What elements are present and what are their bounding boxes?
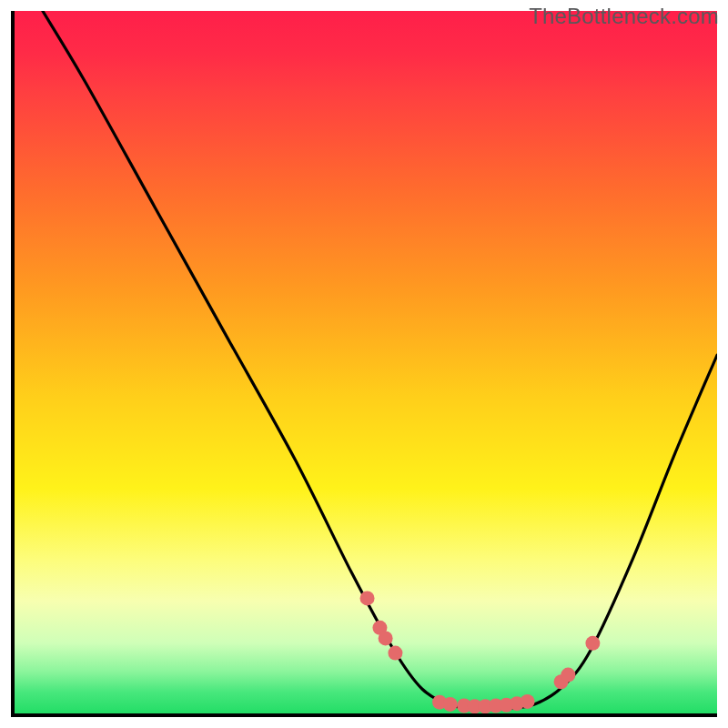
curve-marker [443, 697, 458, 712]
chart-frame: TheBottleneck.com [0, 0, 728, 728]
curve-marker [379, 631, 393, 645]
chart-svg [15, 11, 717, 713]
curve-marker [360, 591, 375, 605]
curve-marker [521, 694, 535, 709]
curve-markers-group [360, 591, 601, 713]
curve-marker [388, 646, 402, 661]
plot-area [11, 11, 717, 717]
curve-marker [561, 668, 575, 682]
watermark-text: TheBottleneck.com [529, 4, 719, 29]
curve-marker [585, 636, 600, 651]
bottleneck-curve [43, 11, 717, 709]
